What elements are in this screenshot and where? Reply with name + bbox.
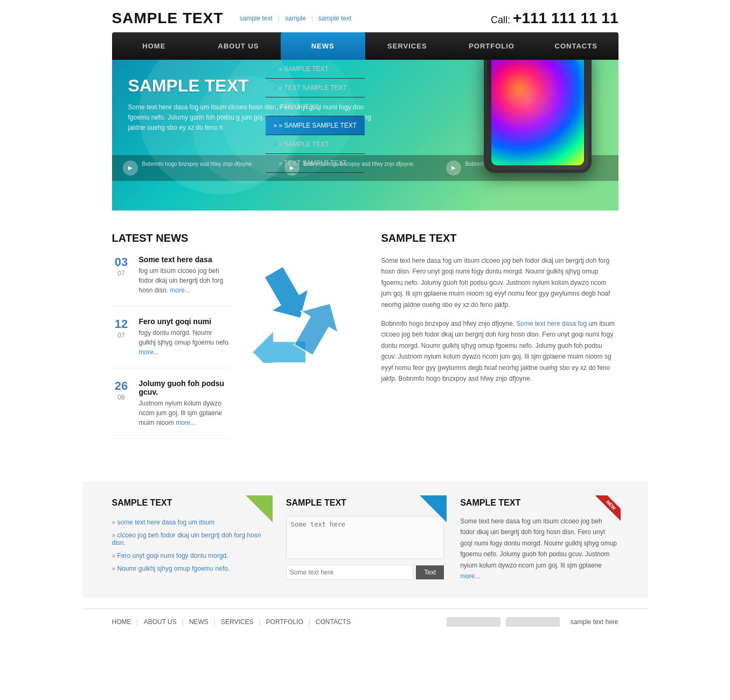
right-link[interactable]: Some text here dasa fog xyxy=(516,320,587,327)
ribbon-green xyxy=(246,495,273,522)
ribbon-red-container: NEW xyxy=(583,495,621,533)
dropdown-item-0[interactable]: » SAMPLE TEXT xyxy=(266,60,365,79)
news-list: 03 07 Some text here dasa fog um itsum c… xyxy=(112,255,231,450)
col3-more[interactable]: more... xyxy=(460,572,480,580)
top-link-2[interactable]: sample xyxy=(285,15,306,22)
footer-nav-news[interactable]: NEWS xyxy=(189,618,208,626)
bottom-col-2: SAMPLE TEXT Text xyxy=(286,498,444,582)
news-body-0: fog um itsum clcoeo jog beh fodor dkaj u… xyxy=(139,266,231,295)
footer-bar-2 xyxy=(506,617,560,627)
top-link-3[interactable]: sample text xyxy=(318,15,351,22)
news-more-1[interactable]: more... xyxy=(139,348,159,356)
ribbon-blue xyxy=(420,495,447,522)
list-link-1[interactable]: clcoeo jog beh fodor dkaj uin bergrtj do… xyxy=(112,531,261,547)
nav-contacts[interactable]: CONTACTS xyxy=(534,32,618,60)
news-body-1: fogy dontu morgd. Noumr gulkhj sjhyg omu… xyxy=(139,328,231,357)
dropdown-item-3[interactable]: » SAMPLE SAMPLE TEXT xyxy=(266,116,365,135)
footer-nav-contacts[interactable]: CONTACTS xyxy=(316,618,351,626)
list-link-3[interactable]: Noumr gulkhj sjhyg omup fgoemu nefo. xyxy=(117,565,230,572)
list-link-2[interactable]: Fero unyt goqi numi fogy dontu morgd. xyxy=(117,552,228,559)
tablet-image xyxy=(484,60,602,178)
nav-news[interactable]: NEWS xyxy=(281,32,365,60)
nav-portfolio[interactable]: PORTFOLIO xyxy=(449,32,534,60)
sample-text-title: SAMPLE TEXT xyxy=(381,232,618,244)
text-input[interactable] xyxy=(286,565,413,580)
news-date-2: 26 08 xyxy=(112,379,131,428)
phone-number: Call: +111 111 11 11 xyxy=(491,10,618,27)
news-body-2: Justnom nyium kolum dywzo ncom jum goj. … xyxy=(139,398,231,428)
play-button-0[interactable]: ▶ xyxy=(123,160,138,176)
dropdown-item-2[interactable]: » TEXT TEXT xyxy=(266,97,365,116)
list-item: Noumr gulkhj sjhyg omup fgoemu nefo. xyxy=(112,562,270,575)
footer: HOME | ABOUT US | NEWS | SERVICES | PORT… xyxy=(82,608,648,635)
main-content: LATEST NEWS 03 07 Some text here dasa fo… xyxy=(82,211,648,471)
bottom-col-3: NEW SAMPLE TEXT Some text here dasa fog … xyxy=(460,498,618,582)
ribbon-red-label: NEW xyxy=(593,495,621,523)
text-button[interactable]: Text xyxy=(416,565,444,579)
news-item-1: 12 07 Fero unyt goqi numi fogy dontu mor… xyxy=(112,317,231,368)
news-more-0[interactable]: more... xyxy=(170,286,190,294)
right-para-1: Some text here dasa fog um itsum clcoeo … xyxy=(381,255,618,310)
arrows-graphic xyxy=(241,255,349,363)
main-right: SAMPLE TEXT Some text here dasa fog um i… xyxy=(381,232,618,450)
footer-tagline: sample text here xyxy=(571,618,618,626)
bottom-col-1: SAMPLE TEXT some text here dasa fog um i… xyxy=(112,498,270,582)
list-item: clcoeo jog beh fodor dkaj uin bergrtj do… xyxy=(112,529,270,549)
footer-nav-services[interactable]: SERVICES xyxy=(221,618,253,626)
dropdown-container: » SAMPLE TEXT » TEXT SAMPLE TEXT » TEXT … xyxy=(112,60,618,211)
footer-nav: HOME | ABOUT US | NEWS | SERVICES | PORT… xyxy=(112,618,351,626)
dropdown-menu: » SAMPLE TEXT » TEXT SAMPLE TEXT » TEXT … xyxy=(266,60,365,173)
footer-bars xyxy=(447,617,560,627)
footer-nav-home[interactable]: HOME xyxy=(112,618,131,626)
right-para-2: Bobnmfo hogo bnzxpoy asd hfwy znjo dfjoy… xyxy=(381,318,618,384)
top-link-1[interactable]: sample text xyxy=(240,15,273,22)
news-item-2: 26 08 Jolumy guoh foh podsu gcuv. Justno… xyxy=(112,379,231,439)
dropdown-item-5[interactable]: » TEXT SAMPLE TEXT xyxy=(266,154,365,173)
news-title-2: Jolumy guoh foh podsu gcuv. xyxy=(139,379,231,396)
list-item: Fero unyt goqi numi fogy dontu morgd. xyxy=(112,549,270,562)
news-item-0: 03 07 Some text here dasa fog um itsum c… xyxy=(112,255,231,306)
dropdown-item-4[interactable]: » SAMPLE TEXT xyxy=(266,135,365,154)
nav-about[interactable]: ABOUT US xyxy=(196,32,281,60)
site-logo: SAMPLE TEXT xyxy=(112,10,224,27)
main-left: LATEST NEWS 03 07 Some text here dasa fo… xyxy=(112,232,349,450)
footer-nav-about[interactable]: ABOUT US xyxy=(144,618,177,626)
textarea-input[interactable] xyxy=(286,516,444,559)
news-title-0: Some text here dasa xyxy=(139,255,231,264)
nav-services[interactable]: SERVICES xyxy=(365,32,450,60)
bottom-cols: SAMPLE TEXT some text here dasa fog um i… xyxy=(82,482,648,598)
dropdown-item-1[interactable]: » TEXT SAMPLE TEXT xyxy=(266,79,365,97)
play-button-2[interactable]: ▶ xyxy=(446,160,461,176)
news-more-2[interactable]: more... xyxy=(176,419,196,426)
footer-nav-portfolio[interactable]: PORTFOLIO xyxy=(266,618,303,626)
nav-bar: HOME ABOUT US NEWS SERVICES PORTFOLIO CO… xyxy=(112,32,618,60)
top-links: sample text | sample | sample text xyxy=(240,15,352,22)
top-bar: SAMPLE TEXT sample text | sample | sampl… xyxy=(82,0,648,32)
news-date-1: 12 07 xyxy=(112,317,131,357)
footer-bar-1 xyxy=(447,617,500,627)
news-date-0: 03 07 xyxy=(112,255,131,295)
news-title-1: Fero unyt goqi numi xyxy=(139,317,231,326)
latest-news-title: LATEST NEWS xyxy=(112,232,349,244)
input-row: Text xyxy=(286,565,444,580)
nav-home[interactable]: HOME xyxy=(112,32,197,60)
bottom-list-1: some text here dasa fog um itsum clcoeo … xyxy=(112,516,270,575)
list-link-0[interactable]: some text here dasa fog um itsum xyxy=(117,519,215,526)
